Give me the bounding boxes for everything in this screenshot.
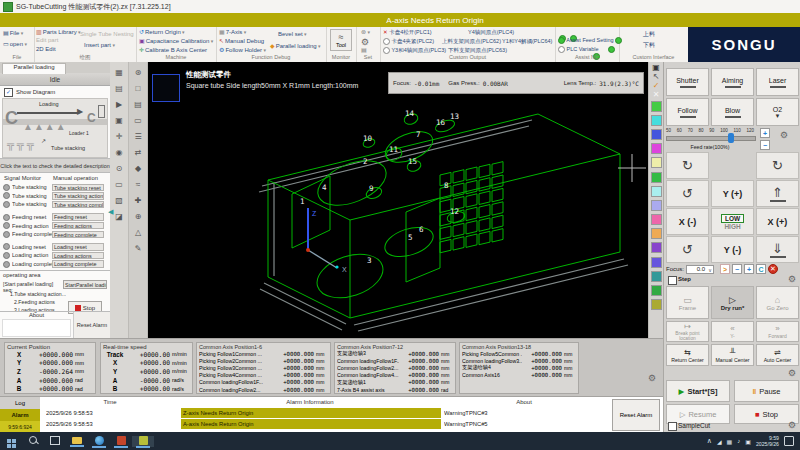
layer-color-chip[interactable] (651, 285, 662, 296)
check-icon[interactable]: ✓ (653, 81, 660, 90)
network-icon[interactable]: ◢ (717, 438, 722, 445)
log-row-info[interactable]: Z-axis Needs Return Origin (181, 408, 441, 418)
tool-icon[interactable]: ◉ (116, 145, 123, 161)
feeding-complete-button[interactable]: Feeding complete (52, 231, 104, 239)
parts-library-button[interactable]: ▥Parts Library (36, 28, 81, 35)
2d-edit-button[interactable]: 2D Edit (36, 46, 56, 52)
resume-button[interactable]: ▷Resume (666, 404, 730, 424)
keyboard-icon[interactable]: ▦ (727, 438, 733, 445)
y-back-button[interactable]: «Y- (711, 321, 754, 342)
tab-alarm[interactable]: Alarm (0, 409, 40, 421)
center-settings-gear-icon[interactable]: ⚙ (788, 368, 796, 378)
jog-z-up-button[interactable]: ⇑ (756, 180, 799, 207)
layer-color-chip[interactable] (651, 299, 662, 310)
focus-clear-button[interactable]: ✕ (768, 264, 778, 274)
y1y4-decouple-button[interactable]: Y1和Y4解耦(PLC64) (502, 38, 552, 45)
log-row-time[interactable]: 2025/9/26 9:58:53 (46, 408, 178, 418)
tool-icon[interactable]: ≈ (136, 177, 140, 193)
assist-feed-setting-button[interactable]: Assist Feed Setting (558, 37, 622, 44)
layer-color-chip[interactable] (651, 172, 662, 183)
load-material-button[interactable]: 上料 (643, 30, 655, 39)
jog-y-minus-button[interactable]: Y (-) (711, 236, 754, 263)
notification-center-icon[interactable] (784, 436, 794, 446)
office-app-button[interactable] (110, 436, 132, 447)
blow-button[interactable]: Blow (711, 98, 754, 126)
jog-y-plus-button[interactable]: Y (+) (711, 180, 754, 207)
tool-icon[interactable]: ⊛ (135, 65, 142, 81)
bevel-set-button[interactable]: Bevel set (278, 31, 307, 37)
loading-rack-origin-button[interactable]: 上料支架回原点(PLC62) (442, 38, 501, 45)
return-center-button[interactable]: ⇆Return Center (666, 344, 709, 366)
file-menu-button[interactable]: ▤File (3, 29, 23, 36)
o2-button[interactable]: O2▼ (756, 98, 799, 126)
about-box[interactable]: About (0, 312, 74, 338)
tool-icon[interactable]: ✎ (135, 241, 142, 257)
volume-icon[interactable]: ♪ (737, 438, 740, 444)
layer-color-chip[interactable] (651, 257, 662, 268)
tubecutting-app-button[interactable] (132, 436, 154, 447)
follow-holder-button[interactable]: ⚙Follow Holder (219, 46, 266, 53)
search-button[interactable] (22, 436, 44, 446)
jog-z-down-button[interactable]: ⇓ (756, 236, 799, 263)
jog-a-rotate2-button[interactable]: ↺ (666, 236, 709, 263)
tool-icon[interactable]: ▤ (115, 81, 123, 97)
return-origin-button[interactable]: ↺Return Origin (139, 28, 185, 35)
3d-viewport[interactable]: Z X 1 2 3 4 5 6 7 8 9 10 11 12 13 14 15 … (148, 62, 648, 338)
tray-expand-icon[interactable]: ∧ (707, 437, 712, 445)
chuck4-clamp-button[interactable]: 卡盘4夹紧(PLC2) (383, 38, 434, 45)
plc-variable-button[interactable]: PLC Variable (558, 46, 615, 53)
set-tool-1[interactable]: ⊛ (361, 28, 370, 35)
log-row-about[interactable]: WarningTPNC#3 (444, 408, 564, 418)
panel-settings-gear-icon[interactable]: ⚙ (648, 373, 656, 383)
sidebar-reset-alarm-button[interactable]: Reset Alarm (74, 312, 110, 338)
tool-icon[interactable]: ▭ (134, 113, 142, 129)
capacitance-calibration-button[interactable]: ▣Capacitance Calibration (139, 37, 213, 44)
pause-button[interactable]: ‖Pause (734, 380, 799, 402)
break-point-location-button[interactable]: ↦Break point location (666, 321, 709, 342)
tool-icon[interactable]: □ (136, 81, 141, 97)
chuck4-release-button[interactable]: ✕ 卡盘4松开(PLC1) (383, 29, 432, 36)
follow-button[interactable]: Follow (666, 98, 709, 126)
feeding-actions-button[interactable]: Feeding actions (52, 222, 104, 230)
focus-value-select[interactable]: 0.0∨ (686, 265, 714, 274)
frame-button[interactable]: ▭Frame (666, 286, 709, 319)
jog-x-minus-button[interactable]: X (-) (666, 208, 709, 235)
layer-color-chip[interactable] (651, 242, 662, 253)
feed-slider-handle[interactable] (728, 133, 734, 143)
start-parallel-loading-button[interactable]: StartParallel loading (63, 280, 107, 289)
tab-parallel-loading[interactable]: Parallel loading (2, 63, 66, 74)
edge-browser-button[interactable] (88, 436, 110, 447)
feed-settings-gear-icon[interactable]: ⚙ (780, 130, 788, 140)
feeding-reset-button[interactable]: Feeding reset (52, 213, 104, 221)
taskbar-clock[interactable]: 9:59 2025/9/26 (756, 435, 779, 447)
tube-stacking-reset-button[interactable]: Tube stacking reset (52, 184, 104, 192)
single-tube-nesting-button[interactable]: Single Tube Nesting (80, 31, 134, 37)
dry-run-button[interactable]: ▷Dry run* (711, 286, 754, 319)
jog-x-plus-button[interactable]: X (+) (756, 208, 799, 235)
jog-b-rotate-button[interactable]: ↻ (756, 152, 799, 179)
feed-plus-button[interactable]: + (760, 128, 770, 138)
file-explorer-button[interactable] (66, 436, 88, 446)
start-button[interactable]: ▶Start*[S] (666, 380, 730, 402)
show-diagram-checkbox[interactable]: ✓ Show Diagram (0, 86, 110, 98)
start-button[interactable] (0, 435, 22, 448)
tool-icon[interactable]: ▧ (115, 193, 123, 209)
layer-color-chip[interactable] (651, 228, 662, 239)
samplecut-checkbox[interactable] (668, 422, 677, 431)
open-button[interactable]: ▭open (3, 40, 27, 47)
task-view-button[interactable] (44, 436, 66, 447)
laser-button[interactable]: Laser (756, 68, 799, 96)
col-about[interactable]: About (440, 397, 608, 407)
unloading-rack-origin-button[interactable]: 下料支架回原点(PLC63) (448, 47, 507, 54)
tool-icon[interactable]: ▶ (116, 97, 122, 113)
set-tool-3[interactable]: ▤ (361, 46, 367, 53)
feed-minus-button[interactable]: − (760, 140, 770, 150)
tool-icon[interactable]: ✛ (116, 129, 123, 145)
forward-button[interactable]: »Forward (756, 321, 799, 342)
cursor-icon[interactable]: ↖ (653, 72, 660, 81)
manual-center-button[interactable]: ╨Manual Center (711, 344, 754, 366)
step-checkbox[interactable] (668, 276, 677, 285)
unload-material-button[interactable]: 下料 (643, 41, 655, 50)
tool-icon[interactable]: ◆ (135, 161, 141, 177)
focus-minus-button[interactable]: − (732, 264, 742, 274)
